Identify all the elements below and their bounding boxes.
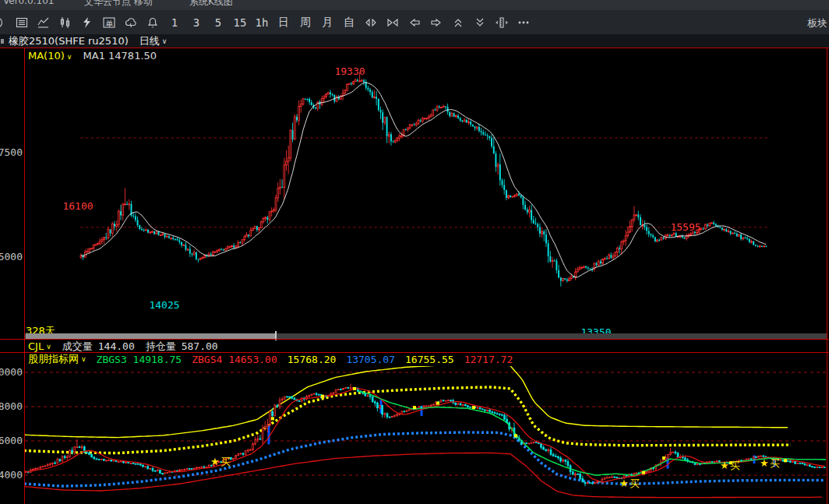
period-button-3[interactable]: 3	[185, 10, 207, 34]
zbgs3-green-line	[358, 391, 826, 475]
ellipsis-icon[interactable]	[513, 10, 534, 34]
buy-signal-marker: ★买	[210, 455, 231, 469]
tab-bullet-icon	[1, 39, 4, 44]
ma1-value: MA1 14781.50	[83, 50, 157, 62]
scrollbar-thumb[interactable]	[26, 333, 276, 339]
upper-envelope-yellow	[24, 366, 788, 438]
candlestick-icon[interactable]	[55, 10, 76, 34]
pane-border-indicator	[0, 352, 829, 353]
y-axis-label: 18000	[0, 400, 23, 412]
yellow-signal-dot	[662, 456, 665, 460]
period-button-月[interactable]: 月	[316, 10, 338, 34]
bell-icon[interactable]	[142, 10, 164, 34]
double-chevron-up-icon[interactable]	[447, 10, 469, 34]
pane-border-top	[0, 48, 829, 48]
sector-panel-label[interactable]: 板块	[807, 16, 827, 30]
indicator-value: 12717.72	[464, 354, 513, 365]
yellow-signal-dot	[642, 471, 645, 474]
yellow-signal-dot	[472, 406, 475, 409]
period-button-周[interactable]: 周	[295, 10, 316, 34]
split-compare-icon[interactable]	[360, 10, 382, 34]
period-button-1[interactable]: 1	[164, 10, 185, 34]
blue-dotted-band	[24, 432, 825, 486]
period-button-自[interactable]: 自	[338, 10, 360, 34]
chevron-down-icon[interactable]: ∨	[81, 355, 86, 363]
price-annotation: 15595	[670, 221, 700, 233]
yellow-signal-dot	[271, 417, 274, 420]
period-button-日[interactable]: 日	[273, 10, 295, 34]
volume-header-row: CJL∨ 成交量144.00持仓量587.00	[0, 340, 829, 352]
clipped-circle-icon[interactable]	[0, 10, 11, 34]
indicator-value: 13705.07	[346, 354, 395, 365]
chevron-down-icon[interactable]: ∨	[162, 37, 168, 45]
quote-list-icon[interactable]	[11, 10, 33, 34]
yellow-signal-dot	[413, 406, 416, 409]
indicator-value: 15768.20	[288, 354, 337, 365]
double-chevron-down-icon[interactable]	[469, 10, 491, 34]
period-button-5[interactable]: 5	[207, 10, 229, 34]
ma-label[interactable]: MA(10)	[28, 50, 65, 62]
buy-signal-marker: ★买	[760, 456, 781, 471]
order-box-icon[interactable]: 单	[98, 10, 120, 34]
period-button-1h[interactable]: 1h	[251, 10, 273, 34]
buy-signal-marker: ★买	[720, 459, 741, 473]
contract-tab[interactable]: 橡胶2510(SHFE ru2510)	[9, 34, 129, 48]
volume-values: 成交量144.00持仓量587.00	[51, 340, 218, 354]
chevron-down-icon[interactable]: ∨	[67, 53, 72, 61]
indicator-value: 16755.55	[405, 354, 454, 365]
zbgs4-red-line	[26, 389, 824, 482]
zbgs-indicator-label[interactable]: 股朋指标网	[28, 352, 79, 366]
zbgs3-green-line	[358, 391, 826, 475]
indicator-band-chart[interactable]	[0, 366, 829, 504]
pane-border-left	[24, 48, 25, 504]
chart-scrollbar[interactable]	[25, 333, 827, 339]
period-selector[interactable]: 日线	[139, 34, 160, 48]
indicator-values: ZBGS3 14918.75ZBGS4 14653.0015768.201370…	[86, 354, 513, 365]
lightning-icon[interactable]	[76, 10, 98, 34]
top-strip-fragment: 系统K线图	[189, 0, 233, 9]
main-toolbar: 单135151h日周月自 板块	[0, 10, 829, 34]
yellow-signal-dot	[784, 459, 787, 462]
arrow-right-icon[interactable]	[425, 10, 447, 34]
cloud-icon[interactable]	[120, 10, 142, 34]
y-axis-label: 17500	[0, 146, 23, 158]
main-candlestick-chart[interactable]	[0, 48, 829, 340]
volume-field: 成交量144.00	[62, 340, 135, 352]
top-strip-fragment: Ver0.0.101	[3, 0, 54, 6]
price-annotation: 14025	[149, 299, 179, 311]
indicator-value: ZBGS3 14918.75	[97, 354, 182, 365]
top-strip-fragment: 文华云节点 移动	[84, 0, 153, 9]
yellow-signal-dot	[514, 434, 517, 437]
svg-text:单: 单	[105, 19, 114, 27]
ruler-icon[interactable]	[491, 10, 513, 34]
period-button-15[interactable]: 15	[229, 10, 251, 34]
price-annotation: 19330	[334, 65, 365, 77]
yellow-signal-dot	[436, 402, 439, 405]
toolbar-items: 单135151h日周月自	[11, 10, 534, 34]
indicator-value: ZBGS4 14653.00	[192, 354, 277, 365]
yellow-dotted-band	[24, 387, 791, 453]
pane-border-volume	[0, 339, 829, 340]
volume-field: 持仓量587.00	[146, 340, 218, 352]
chevron-down-icon[interactable]: ∨	[46, 343, 51, 351]
cjl-label[interactable]: CJL	[28, 340, 44, 352]
yellow-signal-dot	[321, 395, 324, 398]
y-axis-label: 16000	[0, 435, 23, 446]
yellow-signal-dot	[353, 387, 356, 390]
indicator-header-row: 股朋指标网∨ ZBGS3 14918.75ZBGS4 14653.0015768…	[0, 353, 829, 365]
buy-signal-marker: ★买	[619, 477, 640, 491]
ma-indicator-header: MA(10)∨ MA1 14781.50	[28, 50, 157, 62]
charting-app-window: Ver0.0.101文华云节点 移动系统K线图 单135151h日周月自 板块 …	[0, 0, 829, 504]
arrow-left-icon[interactable]	[404, 10, 425, 34]
window-top-strip: Ver0.0.101文华云节点 移动系统K线图	[0, 0, 829, 10]
pane-border-right	[827, 48, 827, 504]
line-chart-icon[interactable]	[33, 10, 55, 34]
price-annotation: 16100	[62, 200, 93, 212]
bowtie-icon[interactable]	[382, 10, 404, 34]
y-axis-label: 14000	[0, 469, 23, 481]
tab-bar: 橡胶2510(SHFE ru2510) 日线 ∨	[0, 34, 829, 48]
y-axis-label: 20000	[0, 366, 23, 378]
y-axis-label: 15000	[0, 251, 23, 263]
